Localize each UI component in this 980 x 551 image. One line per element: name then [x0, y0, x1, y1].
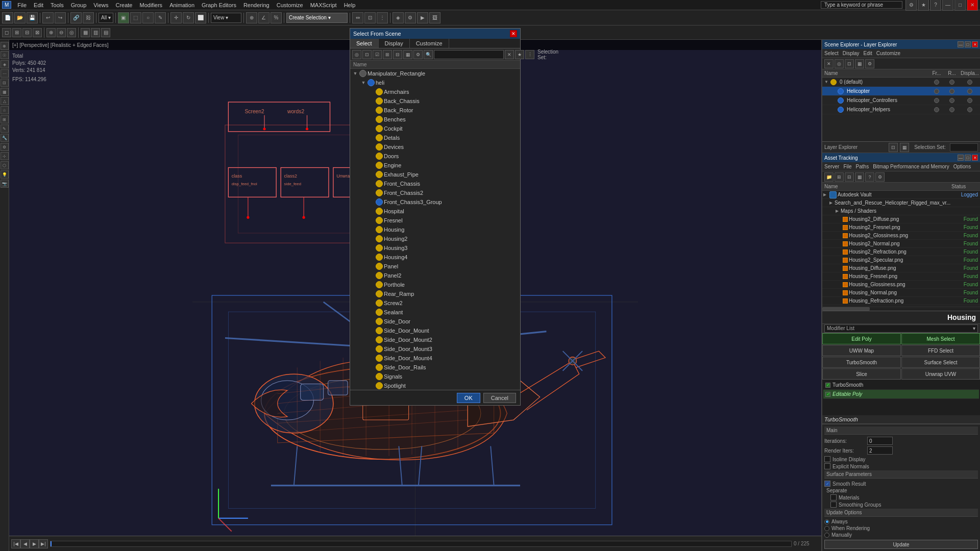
left-icon-14[interactable]: ⬡: [1, 161, 9, 169]
tb-percent-snap[interactable]: %: [271, 12, 282, 23]
left-icon-3[interactable]: ◈: [1, 60, 9, 68]
explorer-row[interactable]: Helicopter_Helpers: [822, 105, 980, 114]
at-menu-options[interactable]: Options: [953, 164, 971, 169]
se-menu-select[interactable]: Select: [824, 51, 839, 56]
tree-item[interactable]: Porthole: [350, 280, 520, 289]
dialog-tb-4[interactable]: ⊞: [383, 50, 392, 59]
menu-file[interactable]: File: [14, 2, 30, 9]
tree-item[interactable]: Armchairs: [350, 87, 520, 96]
dialog-tb-10[interactable]: ⋮: [525, 50, 534, 59]
dialog-tb-9[interactable]: ★: [515, 50, 524, 59]
se-tb-4[interactable]: ▦: [855, 59, 864, 68]
tree-item[interactable]: Screw2: [350, 298, 520, 308]
le-btn-1[interactable]: ⊡: [889, 143, 898, 152]
se-tb-2[interactable]: ◎: [835, 59, 844, 68]
tb-select-obj[interactable]: ▣: [118, 12, 129, 23]
dialog-search-input[interactable]: [434, 50, 504, 59]
tree-item[interactable]: Side_Door_Mount4: [350, 354, 520, 363]
tree-item[interactable]: Exhaust_Pipe: [350, 170, 520, 179]
edit-poly-btn[interactable]: Edit Poly: [822, 333, 901, 344]
tree-item[interactable]: Side_Door_Mount2: [350, 335, 520, 344]
dialog-tb-2[interactable]: ⊡: [362, 50, 372, 59]
tree-item[interactable]: Back_Rotor: [350, 106, 520, 115]
always-radio[interactable]: [824, 519, 829, 524]
tb-link[interactable]: 🔗: [70, 12, 82, 23]
restore-btn[interactable]: □: [954, 0, 966, 11]
tb-open[interactable]: 📂: [14, 12, 26, 23]
asset-row[interactable]: Housing_Fresnel.pngFound: [822, 272, 980, 281]
tree-item[interactable]: Engine: [350, 161, 520, 170]
turbosmooth-btn[interactable]: TurboSmooth: [822, 357, 901, 368]
se-restore[interactable]: □: [965, 41, 971, 47]
left-icon-2[interactable]: ☉: [1, 51, 9, 59]
timeline-play-start[interactable]: |◀: [11, 539, 20, 548]
asset-row[interactable]: Housing_Glossiness.pngFound: [822, 281, 980, 289]
tb-select-paint[interactable]: ✎: [155, 12, 166, 23]
tb-hierarchy[interactable]: ⋮: [377, 12, 388, 23]
manually-radio[interactable]: [824, 533, 829, 538]
at-restore[interactable]: □: [965, 155, 971, 161]
scene-tree-panel[interactable]: ▼0 (default)HelicopterHelicopter_Control…: [822, 78, 980, 141]
view-dropdown[interactable]: View ▾: [211, 13, 241, 23]
asset-row[interactable]: ▶Search_and_Rescue_Helicopter_Rigged_max…: [822, 199, 980, 207]
menu-graph-editors[interactable]: Graph Editors: [199, 2, 239, 9]
unwrap-uvw-btn[interactable]: Unwrap UVW: [901, 368, 980, 380]
left-icon-9[interactable]: ⊞: [1, 115, 9, 123]
tree-item[interactable]: Side_Door_Mount: [350, 326, 520, 335]
at-menu-paths[interactable]: Paths: [856, 164, 869, 169]
asset-row[interactable]: Housing2_Glossiness.pngFound: [822, 232, 980, 240]
at-close[interactable]: ✕: [972, 155, 978, 161]
tb-move[interactable]: ✛: [170, 12, 182, 23]
search-input[interactable]: Type a keyword or phrase: [821, 1, 902, 9]
left-icon-1[interactable]: ⊕: [1, 42, 9, 50]
tb-select-region[interactable]: ⬚: [130, 12, 141, 23]
tree-item[interactable]: Sealant: [350, 308, 520, 317]
tb2-5[interactable]: ⊕: [46, 28, 56, 37]
at-menu-server[interactable]: Server: [824, 164, 839, 169]
tree-item[interactable]: Side_Door: [350, 317, 520, 326]
asset-row[interactable]: Housing_Refraction.pngFound: [822, 297, 980, 305]
left-icon-7[interactable]: △: [1, 97, 9, 105]
left-icon-11[interactable]: 🔧: [1, 134, 9, 142]
uww-map-btn[interactable]: UWW Map: [822, 345, 901, 356]
asset-tree[interactable]: ▶Autodesk VaultLogged▶Search_and_Rescue_…: [822, 191, 980, 307]
menu-create[interactable]: Create: [112, 2, 135, 9]
se-tb-1[interactable]: ✕: [824, 59, 834, 68]
se-menu-edit[interactable]: Edit: [864, 51, 872, 56]
se-selection-input[interactable]: [950, 143, 978, 152]
isoline-checkbox[interactable]: [824, 456, 830, 462]
toolbar-icon-1[interactable]: ⚙: [905, 0, 917, 11]
left-icon-4[interactable]: ⋯: [1, 69, 9, 78]
le-btn-2[interactable]: ▦: [900, 143, 909, 152]
asset-row[interactable]: ▶Maps / Shaders: [822, 207, 980, 215]
explorer-row[interactable]: Helicopter_Controllers: [822, 96, 980, 105]
dialog-tb-7[interactable]: ⚙: [413, 50, 423, 59]
slice-btn[interactable]: Slice: [822, 368, 901, 380]
asset-scrollbar[interactable]: [822, 307, 980, 311]
tree-item[interactable]: Cockpit: [350, 124, 520, 133]
tree-item[interactable]: Housing3: [350, 243, 520, 253]
menu-modifiers[interactable]: Modifiers: [137, 2, 166, 9]
modifier-list-dropdown[interactable]: Modifier List ▾: [824, 324, 978, 333]
se-tb-3[interactable]: ⊡: [845, 59, 854, 68]
tree-item[interactable]: Fresnel: [350, 216, 520, 225]
stack-item-editable-poly[interactable]: ✓ Editable Poly: [823, 390, 979, 399]
tb-redo[interactable]: ↪: [55, 12, 66, 23]
tb2-2[interactable]: ⊞: [12, 28, 21, 37]
tb-angle-snap[interactable]: ∠: [258, 12, 270, 23]
tree-item[interactable]: Front_Chassis3_Group: [350, 197, 520, 207]
left-icon-15[interactable]: 💡: [1, 170, 9, 179]
left-icon-16[interactable]: 📷: [1, 180, 9, 188]
tb-mirror[interactable]: ⇔: [352, 12, 363, 23]
tree-item[interactable]: Detals: [350, 133, 520, 142]
tb-unlink[interactable]: ⛓: [83, 12, 94, 23]
tree-item[interactable]: ▼Manipulator_Rectangle: [350, 69, 520, 78]
asset-row[interactable]: Housing2_Refraction.pngFound: [822, 248, 980, 256]
tb-new[interactable]: 📄: [2, 12, 13, 23]
tree-item[interactable]: Front_Chassis2: [350, 188, 520, 197]
dialog-tb-3[interactable]: ☑: [373, 50, 382, 59]
smooth-result-checkbox[interactable]: ✓: [824, 481, 830, 487]
tree-item[interactable]: Front_Chassis: [350, 179, 520, 188]
tree-item[interactable]: Signals: [350, 372, 520, 381]
close-btn[interactable]: ✕: [967, 0, 978, 11]
